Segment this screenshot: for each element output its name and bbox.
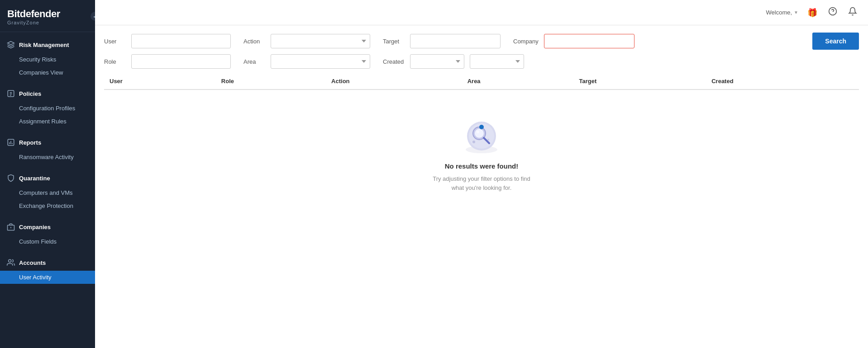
svg-point-11 — [475, 129, 484, 138]
company-filter-input[interactable] — [544, 34, 634, 48]
sidebar-item-companies-view[interactable]: Companies View — [0, 66, 95, 79]
sidebar-group-reports[interactable]: Reports — [0, 134, 95, 150]
help-icon[interactable] — [826, 5, 839, 20]
svg-point-12 — [477, 131, 479, 133]
accounts-label: Accounts — [19, 259, 46, 266]
companies-label: Companies — [19, 224, 51, 230]
sidebar-group-companies[interactable]: Companies — [0, 219, 95, 235]
user-filter-label: User — [104, 38, 126, 45]
column-role: Role — [216, 73, 326, 89]
sidebar-group-risk-management[interactable]: Risk Management — [0, 37, 95, 53]
sidebar-item-exchange-protection[interactable]: Exchange Protection — [0, 199, 95, 212]
empty-state: No results were found! Try adjusting you… — [104, 90, 859, 219]
sidebar-group-policies[interactable]: Policies — [0, 85, 95, 102]
policies-icon — [6, 89, 15, 98]
policies-label: Policies — [19, 90, 41, 97]
companies-icon — [6, 222, 15, 231]
user-filter-input[interactable] — [131, 34, 231, 48]
filter-row-1: User Action Target Company Search — [104, 33, 859, 50]
area-filter-select[interactable] — [271, 54, 370, 69]
main-area: Welcome, ▼ 🎁 User Action Target Co — [95, 0, 868, 348]
topbar: Welcome, ▼ 🎁 — [95, 0, 868, 25]
svg-point-16 — [487, 139, 489, 141]
reports-icon — [6, 138, 15, 147]
svg-point-14 — [479, 125, 484, 129]
area-filter-label: Area — [243, 58, 265, 65]
created-filter-label: Created — [383, 58, 405, 65]
sidebar-item-security-risks[interactable]: Security Risks — [0, 53, 95, 66]
notification-bell-icon[interactable] — [846, 5, 859, 20]
sidebar-section-policies: Policies Configuration Profiles Assignme… — [0, 81, 95, 130]
column-target: Target — [573, 73, 706, 89]
svg-point-15 — [472, 141, 475, 143]
brand-sub: GravityZone — [7, 20, 88, 25]
brand-name: Bitdefender — [7, 8, 88, 20]
sidebar-group-quarantine[interactable]: Quarantine — [0, 170, 95, 186]
quarantine-label: Quarantine — [19, 175, 50, 182]
sidebar-section-risk-management: Risk Management Security Risks Companies… — [0, 32, 95, 81]
target-filter-input[interactable] — [410, 34, 501, 48]
sidebar-item-ransomware-activity[interactable]: Ransomware Activity — [0, 150, 95, 164]
sidebar-item-user-activity[interactable]: User Activity — [0, 271, 95, 284]
welcome-text: Welcome, ▼ — [766, 9, 798, 16]
column-created: Created — [706, 73, 859, 89]
company-filter-label: Company — [513, 38, 539, 45]
search-button[interactable]: Search — [812, 33, 859, 50]
user-activity-table: User Role Action Area Target Created — [104, 73, 859, 219]
filter-row-2: Role Area Created — [104, 54, 859, 69]
empty-state-row: No results were found! Try adjusting you… — [104, 89, 859, 219]
empty-state-subtitle: Try adjusting your filter options to fin… — [433, 174, 530, 192]
sidebar-item-computers-and-vms[interactable]: Computers and VMs — [0, 186, 95, 199]
sidebar-section-quarantine: Quarantine Computers and VMs Exchange Pr… — [0, 165, 95, 214]
sidebar-section-companies: Companies Custom Fields — [0, 214, 95, 250]
reports-label: Reports — [19, 139, 41, 146]
column-user: User — [104, 73, 216, 89]
quarantine-icon — [6, 174, 15, 183]
empty-state-title: No results were found! — [445, 162, 519, 170]
sidebar-item-assignment-rules[interactable]: Assignment Rules — [0, 115, 95, 128]
created-filter-to-select[interactable] — [470, 54, 524, 69]
empty-state-illustration — [461, 117, 502, 158]
svg-point-4 — [9, 259, 11, 262]
action-filter-label: Action — [243, 38, 265, 45]
sidebar-item-custom-fields[interactable]: Custom Fields — [0, 235, 95, 248]
action-filter-select[interactable] — [271, 34, 370, 48]
accounts-icon — [6, 258, 15, 267]
role-filter-label: Role — [104, 58, 126, 65]
sidebar-section-accounts: Accounts User Activity — [0, 250, 95, 286]
created-filter-from-select[interactable] — [410, 54, 464, 69]
risk-management-label: Risk Management — [19, 42, 69, 48]
column-area: Area — [462, 73, 574, 89]
target-filter-label: Target — [383, 38, 405, 45]
table-header-row: User Role Action Area Target Created — [104, 73, 859, 89]
risk-management-icon — [6, 40, 15, 49]
sidebar-group-accounts[interactable]: Accounts — [0, 254, 95, 271]
sidebar-logo: Bitdefender GravityZone — [0, 0, 95, 32]
role-filter-input[interactable] — [131, 54, 231, 69]
welcome-chevron-icon: ▼ — [794, 10, 798, 15]
sidebar-section-reports: Reports Ransomware Activity — [0, 130, 95, 165]
column-action: Action — [326, 73, 462, 89]
gift-icon[interactable]: 🎁 — [806, 6, 819, 19]
content-area: User Action Target Company Search Role A… — [95, 25, 868, 348]
sidebar: Bitdefender GravityZone ◀ Risk Managemen… — [0, 0, 95, 348]
sidebar-item-configuration-profiles[interactable]: Configuration Profiles — [0, 102, 95, 115]
